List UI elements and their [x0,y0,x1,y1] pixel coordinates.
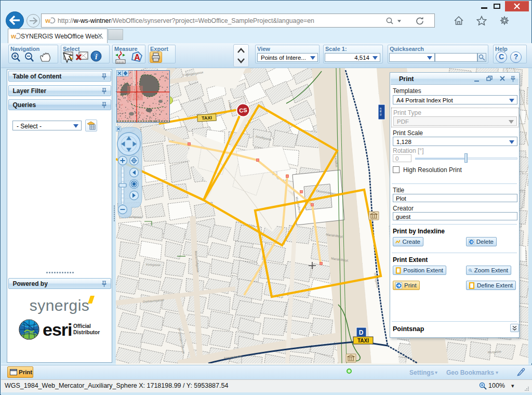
svg-text:D: D [359,329,364,336]
svg-text:TAXI: TAXI [202,115,212,121]
svg-text:CS: CS [239,107,247,114]
svg-text:Distributor: Distributor [73,330,100,335]
svg-text:Kinkgasse: Kinkgasse [146,263,161,267]
svg-text:A: A [134,53,140,62]
svg-text:w: w [11,32,17,40]
svg-text:w: w [45,17,51,24]
svg-text:TAXI: TAXI [357,338,369,344]
svg-text:Official: Official [73,323,91,329]
svg-text:ene m: ene m [379,108,382,116]
svg-text:esri: esri [43,320,72,339]
